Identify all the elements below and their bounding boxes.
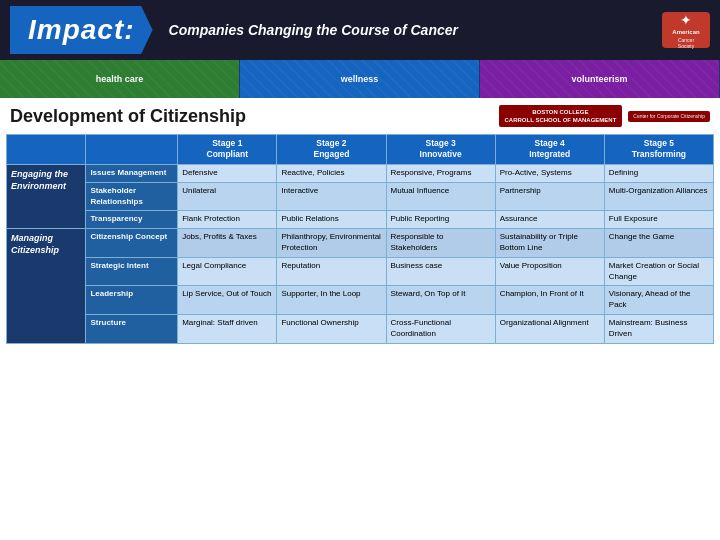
title-row: Development of Citizenship BOSTON COLLEG…: [0, 98, 720, 134]
value-cell: Value Proposition: [495, 257, 604, 286]
col-stage2: Stage 2Engaged: [277, 135, 386, 165]
value-cell: Responsive, Programs: [386, 164, 495, 182]
acs-logo: ✦ American Cancer Society: [662, 12, 710, 48]
sub-category-cell: Citizenship Concept: [86, 229, 178, 258]
table-row: TransparencyFlank ProtectionPublic Relat…: [7, 211, 714, 229]
sub-category-cell: Transparency: [86, 211, 178, 229]
col-subcat: [86, 135, 178, 165]
value-cell: Supporter, In the Loop: [277, 286, 386, 315]
value-cell: Defining: [604, 164, 713, 182]
table-row: Stakeholder RelationshipsUnilateralInter…: [7, 182, 714, 211]
sub-category-cell: Issues Management: [86, 164, 178, 182]
value-cell: Pro-Active, Systems: [495, 164, 604, 182]
header-subtitle: Companies Changing the Course of Cancer: [169, 22, 458, 38]
value-cell: Functional Ownership: [277, 314, 386, 343]
value-cell: Philanthropy, Environmental Protection: [277, 229, 386, 258]
value-cell: Business case: [386, 257, 495, 286]
value-cell: Assurance: [495, 211, 604, 229]
sub-category-cell: Stakeholder Relationships: [86, 182, 178, 211]
value-cell: Public Reporting: [386, 211, 495, 229]
value-cell: Marginal: Staff driven: [178, 314, 277, 343]
banner-volunteerism: volunteerism: [480, 60, 720, 98]
value-cell: Interactive: [277, 182, 386, 211]
value-cell: Champion, In Front of It: [495, 286, 604, 315]
value-cell: Unilateral: [178, 182, 277, 211]
value-cell: Multi-Organization Alliances: [604, 182, 713, 211]
value-cell: Mutual Influence: [386, 182, 495, 211]
table-row: LeadershipLip Service, Out of TouchSuppo…: [7, 286, 714, 315]
banner-healthcare: health care: [0, 60, 240, 98]
group-cell: Engaging the Environment: [7, 164, 86, 228]
value-cell: Legal Compliance: [178, 257, 277, 286]
impact-label: Impact:: [10, 6, 153, 54]
header: Impact: Companies Changing the Course of…: [0, 0, 720, 60]
banner-wellness: wellness: [240, 60, 480, 98]
sub-category-cell: Strategic Intent: [86, 257, 178, 286]
table-row: StructureMarginal: Staff drivenFunctiona…: [7, 314, 714, 343]
ccc-badge: Center for Corporate Citizenship: [628, 111, 710, 122]
value-cell: Visionary, Ahead of the Pack: [604, 286, 713, 315]
value-cell: Steward, On Top of It: [386, 286, 495, 315]
citizenship-table: Stage 1Compliant Stage 2Engaged Stage 3I…: [6, 134, 714, 344]
value-cell: Mainstream: Business Driven: [604, 314, 713, 343]
citizenship-table-wrap: Stage 1Compliant Stage 2Engaged Stage 3I…: [0, 134, 720, 540]
col-stage5: Stage 5Transforming: [604, 135, 713, 165]
col-stage1: Stage 1Compliant: [178, 135, 277, 165]
value-cell: Responsible to Stakeholders: [386, 229, 495, 258]
value-cell: Organizational Alignment: [495, 314, 604, 343]
sub-category-cell: Leadership: [86, 286, 178, 315]
col-stage4: Stage 4Integrated: [495, 135, 604, 165]
table-row: Managing CitizenshipCitizenship ConceptJ…: [7, 229, 714, 258]
value-cell: Market Creation or Social Change: [604, 257, 713, 286]
bc-logo: BOSTON COLLEGE CARROLL SCHOOL OF MANAGEM…: [499, 105, 623, 128]
col-group: [7, 135, 86, 165]
col-stage3: Stage 3Innovative: [386, 135, 495, 165]
banner: health care wellness volunteerism: [0, 60, 720, 98]
table-row: Strategic IntentLegal ComplianceReputati…: [7, 257, 714, 286]
value-cell: Public Relations: [277, 211, 386, 229]
bc-badge: BOSTON COLLEGE CARROLL SCHOOL OF MANAGEM…: [499, 105, 710, 128]
value-cell: Change the Game: [604, 229, 713, 258]
value-cell: Partnership: [495, 182, 604, 211]
page-title: Development of Citizenship: [10, 106, 246, 127]
table-row: Engaging the EnvironmentIssues Managemen…: [7, 164, 714, 182]
sub-category-cell: Structure: [86, 314, 178, 343]
value-cell: Defensive: [178, 164, 277, 182]
value-cell: Reactive, Policies: [277, 164, 386, 182]
value-cell: Sustainability or Triple Bottom Line: [495, 229, 604, 258]
value-cell: Full Exposure: [604, 211, 713, 229]
group-cell: Managing Citizenship: [7, 229, 86, 343]
value-cell: Jobs, Profits & Taxes: [178, 229, 277, 258]
value-cell: Reputation: [277, 257, 386, 286]
value-cell: Lip Service, Out of Touch: [178, 286, 277, 315]
value-cell: Flank Protection: [178, 211, 277, 229]
value-cell: Cross-Functional Coordination: [386, 314, 495, 343]
